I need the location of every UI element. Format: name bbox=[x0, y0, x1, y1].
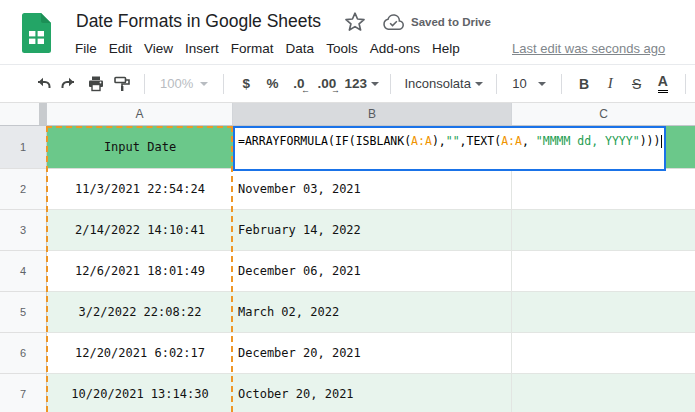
menu-item-view[interactable]: View bbox=[138, 39, 179, 58]
cell-c5[interactable] bbox=[512, 292, 695, 333]
font-name: Inconsolata bbox=[404, 76, 471, 91]
cell-c3[interactable] bbox=[512, 210, 695, 251]
cell-a2[interactable]: 11/3/2021 22:54:24 bbox=[47, 169, 233, 210]
cell-b4[interactable]: December 06, 2021 bbox=[233, 251, 512, 292]
sheet-row-3: 32/14/2022 14:10:41February 14, 2022 bbox=[0, 210, 695, 251]
cell-c6[interactable] bbox=[512, 333, 695, 374]
print-button[interactable] bbox=[83, 70, 109, 98]
last-edit-link[interactable]: Last edit was seconds ago bbox=[512, 41, 665, 56]
menu-item-edit[interactable]: Edit bbox=[103, 39, 138, 58]
cell-b7[interactable]: October 20, 2021 bbox=[233, 374, 512, 412]
column-header-b[interactable]: B bbox=[233, 103, 512, 125]
font-size-selector[interactable]: 10 bbox=[506, 76, 552, 91]
chevron-down-icon bbox=[475, 82, 483, 86]
cell-b3[interactable]: February 14, 2022 bbox=[233, 210, 512, 251]
zoom-value: 100% bbox=[160, 76, 193, 91]
cell-c4[interactable] bbox=[512, 251, 695, 292]
format-percent-button[interactable]: % bbox=[260, 70, 286, 98]
cell-a1[interactable]: Input Date bbox=[47, 126, 233, 168]
font-size-value: 10 bbox=[512, 76, 526, 91]
formula-text: =ARRAYFORMULA(IF(ISBLANK(A:A),"",TEXT(A:… bbox=[238, 134, 664, 148]
document-title[interactable]: Date Formats in Google Sheets bbox=[76, 11, 321, 32]
text-cursor bbox=[661, 135, 662, 148]
star-icon[interactable] bbox=[344, 11, 366, 33]
decrease-decimal-button[interactable]: .0 ← bbox=[286, 70, 312, 98]
saved-cloud-icon[interactable] bbox=[382, 14, 405, 31]
row-header-1[interactable]: 1 bbox=[0, 126, 47, 169]
sheet-row-5: 53/2/2022 22:08:22March 02, 2022 bbox=[0, 292, 695, 333]
menu-item-add-ons[interactable]: Add-ons bbox=[364, 39, 426, 58]
menu-item-tools[interactable]: Tools bbox=[320, 39, 364, 58]
chevron-down-icon bbox=[538, 82, 546, 86]
sheet-row-2: 211/3/2021 22:54:24November 03, 2021 bbox=[0, 169, 695, 210]
toolbar-divider bbox=[144, 74, 145, 94]
cell-a7[interactable]: 10/20/2021 13:14:30 bbox=[47, 374, 233, 412]
cell-editor[interactable]: =ARRAYFORMULA(IF(ISBLANK(A:A),"",TEXT(A:… bbox=[233, 126, 666, 171]
column-headers: A B C bbox=[0, 103, 695, 126]
cell-c7[interactable] bbox=[512, 374, 695, 412]
undo-button[interactable] bbox=[30, 70, 56, 98]
menu-item-insert[interactable]: Insert bbox=[179, 39, 225, 58]
row-header-2[interactable]: 2 bbox=[0, 169, 47, 210]
increase-decimal-button[interactable]: .00 → bbox=[312, 70, 342, 98]
more-formats-button[interactable]: 123 bbox=[342, 70, 381, 98]
sheet-row-7: 710/20/2021 13:14:30October 20, 2021 bbox=[0, 374, 695, 412]
google-sheets-window: Date Formats in Google Sheets Saved to D… bbox=[0, 0, 695, 412]
toolbar-divider bbox=[223, 74, 224, 94]
sheets-logo-icon[interactable] bbox=[22, 13, 51, 53]
column-header-c[interactable]: C bbox=[512, 103, 695, 125]
cell-b5[interactable]: March 02, 2022 bbox=[233, 292, 512, 333]
toolbar: 100% $ % .0 ← .00 → 123 Inconsolata 10 B bbox=[0, 64, 695, 103]
cell-a5[interactable]: 3/2/2022 22:08:22 bbox=[47, 292, 233, 333]
menu-item-data[interactable]: Data bbox=[280, 39, 321, 58]
row-header-5[interactable]: 5 bbox=[0, 292, 47, 333]
select-all-corner[interactable] bbox=[0, 103, 47, 125]
paint-format-button[interactable] bbox=[109, 70, 135, 98]
font-family-selector[interactable]: Inconsolata bbox=[400, 76, 487, 91]
menu-item-help[interactable]: Help bbox=[426, 39, 466, 58]
menu-bar: FileEditViewInsertFormatDataToolsAdd-ons… bbox=[69, 39, 466, 58]
chevron-down-icon bbox=[371, 82, 379, 86]
cell-c2[interactable] bbox=[512, 169, 695, 210]
sheet-row-4: 412/6/2021 18:01:49December 06, 2021 bbox=[0, 251, 695, 292]
saved-status: Saved to Drive bbox=[411, 16, 491, 28]
text-color-button[interactable]: A bbox=[650, 70, 676, 98]
arrow-right-icon: → bbox=[331, 86, 340, 95]
cell-a3[interactable]: 2/14/2022 14:10:41 bbox=[47, 210, 233, 251]
sheet-row-6: 612/20/2021 6:02:17December 20, 2021 bbox=[0, 333, 695, 374]
bold-button[interactable]: B bbox=[571, 70, 597, 98]
corner-notch bbox=[39, 103, 46, 125]
zoom-selector[interactable]: 100% bbox=[154, 76, 214, 91]
row-header-6[interactable]: 6 bbox=[0, 333, 47, 374]
toolbar-divider bbox=[561, 74, 562, 94]
arrow-left-icon: ← bbox=[301, 86, 310, 95]
redo-button[interactable] bbox=[56, 70, 82, 98]
strikethrough-button[interactable]: S bbox=[623, 70, 649, 98]
cell-a4[interactable]: 12/6/2021 18:01:49 bbox=[47, 251, 233, 292]
italic-button[interactable]: I bbox=[597, 70, 623, 98]
column-header-a[interactable]: A bbox=[47, 103, 233, 125]
cell-b2[interactable]: November 03, 2021 bbox=[233, 169, 512, 210]
row-header-7[interactable]: 7 bbox=[0, 374, 47, 412]
chevron-down-icon bbox=[200, 82, 208, 86]
row-header-4[interactable]: 4 bbox=[0, 251, 47, 292]
menu-item-format[interactable]: Format bbox=[225, 39, 280, 58]
menu-item-file[interactable]: File bbox=[69, 39, 103, 58]
toolbar-divider bbox=[390, 74, 391, 94]
cell-b6[interactable]: December 20, 2021 bbox=[233, 333, 512, 374]
format-currency-button[interactable]: $ bbox=[233, 70, 259, 98]
row-header-3[interactable]: 3 bbox=[0, 210, 47, 251]
title-bar: Date Formats in Google Sheets Saved to D… bbox=[0, 0, 695, 64]
toolbar-divider bbox=[685, 74, 686, 94]
toolbar-divider bbox=[496, 74, 497, 94]
grid-rows: 211/3/2021 22:54:24November 03, 202132/1… bbox=[0, 169, 695, 412]
cell-a6[interactable]: 12/20/2021 6:02:17 bbox=[47, 333, 233, 374]
